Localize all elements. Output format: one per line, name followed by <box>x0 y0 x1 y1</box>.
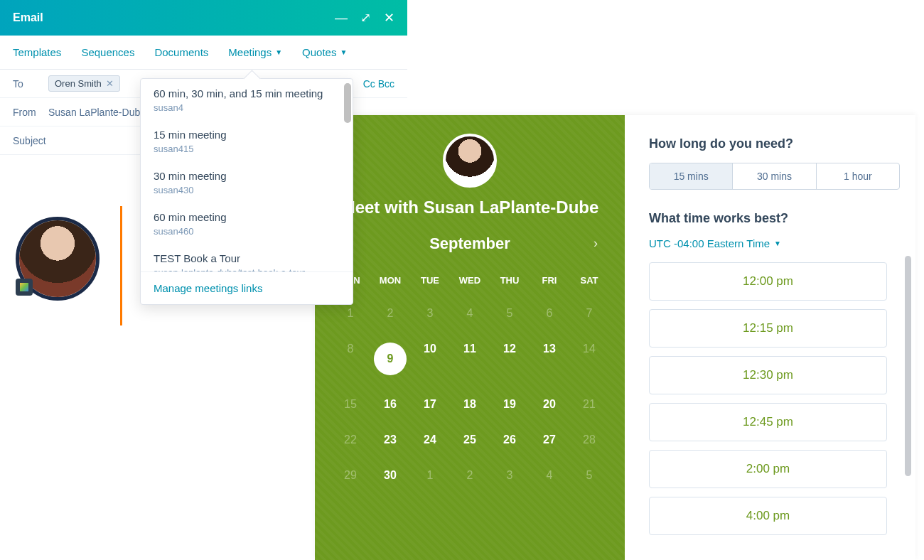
calendar: Meet with Susan LaPlante-Dube ‹ Septembe… <box>315 115 625 560</box>
calendar-day: 8 <box>331 331 370 387</box>
time-heading: What time works best? <box>649 211 900 226</box>
time-slot[interactable]: 12:30 pm <box>649 356 887 394</box>
day-of-week-label: MON <box>370 269 410 296</box>
calendar-day: 2 <box>450 458 490 493</box>
calendar-day: 14 <box>569 331 609 387</box>
host-avatar <box>443 134 497 188</box>
selection-accent <box>120 206 122 325</box>
calendar-day: 4 <box>450 296 490 331</box>
duration-option[interactable]: 15 mins <box>650 163 732 189</box>
chevron-down-icon: ▼ <box>774 239 781 247</box>
calendar-day: 5 <box>490 296 530 331</box>
day-of-week-label: FRI <box>530 269 569 296</box>
month-nav: ‹ September › <box>331 233 609 254</box>
recipient-name: Oren Smith <box>55 78 102 89</box>
calendar-day: 22 <box>331 422 370 458</box>
integration-badge-icon[interactable] <box>16 279 33 296</box>
close-icon[interactable]: ✕ <box>384 10 394 26</box>
tab-sequences[interactable]: Sequences <box>81 46 134 58</box>
calendar-day[interactable]: 10 <box>410 331 450 387</box>
calendar-day[interactable]: 30 <box>370 458 410 493</box>
meeting-title: Meet with Susan LaPlante-Dube <box>331 198 609 217</box>
meeting-link-option[interactable]: 15 min meeting susan415 <box>141 120 353 161</box>
calendar-day: 3 <box>490 458 530 493</box>
duration-option[interactable]: 1 hour <box>816 163 899 189</box>
meeting-link-option[interactable]: TEST Book a Tour susan-laplante-dube/tes… <box>141 244 353 271</box>
expand-icon[interactable]: ⤢ <box>360 10 371 26</box>
cc-bcc-link[interactable]: Cc Bcc <box>363 78 394 90</box>
calendar-day: 15 <box>331 387 370 422</box>
calendar-day[interactable]: 11 <box>450 331 490 387</box>
duration-selector: 15 mins30 mins1 hour <box>649 163 900 190</box>
tab-quotes[interactable]: Quotes▼ <box>302 46 347 58</box>
chevron-down-icon: ▼ <box>275 48 282 56</box>
tab-templates[interactable]: Templates <box>13 46 61 58</box>
time-slot[interactable]: 2:00 pm <box>649 450 887 488</box>
day-of-week-label: SAT <box>569 269 609 296</box>
meeting-link-option[interactable]: 30 min meeting susan430 <box>141 161 353 203</box>
time-slot[interactable]: 12:45 pm <box>649 403 887 441</box>
calendar-day[interactable]: 23 <box>370 422 410 458</box>
calendar-day[interactable]: 24 <box>410 422 450 458</box>
from-label: From <box>13 107 48 118</box>
chevron-down-icon: ▼ <box>340 48 347 56</box>
day-of-week-label: TUE <box>410 269 450 296</box>
time-slot[interactable]: 12:15 pm <box>649 309 887 348</box>
calendar-day[interactable]: 9 <box>370 331 410 387</box>
day-of-week-label: THU <box>490 269 530 296</box>
calendar-day: 5 <box>569 458 609 493</box>
window-title: Email <box>13 11 43 24</box>
calendar-day: 29 <box>331 458 370 493</box>
calendar-day[interactable]: 20 <box>530 387 569 422</box>
calendar-day: 2 <box>370 296 410 331</box>
month-label: September <box>429 235 510 253</box>
tab-documents[interactable]: Documents <box>154 46 208 58</box>
next-month-icon[interactable]: › <box>588 233 603 254</box>
manage-meetings-link[interactable]: Manage meetings links <box>141 271 353 304</box>
dropdown-scrollbar[interactable] <box>344 83 351 123</box>
recipient-chip[interactable]: Oren Smith ✕ <box>48 75 120 92</box>
slots-scrollbar[interactable] <box>905 256 911 476</box>
email-header: Email — ⤢ ✕ <box>0 0 407 36</box>
day-of-week-label: WED <box>450 269 490 296</box>
window-controls: — ⤢ ✕ <box>335 10 394 26</box>
calendar-day[interactable]: 18 <box>450 387 490 422</box>
calendar-day[interactable]: 13 <box>530 331 569 387</box>
subject-label: Subject <box>13 135 55 146</box>
tab-meetings[interactable]: Meetings▼ <box>228 46 282 58</box>
calendar-day[interactable]: 26 <box>490 422 530 458</box>
meetings-dropdown: 60 min, 30 min, and 15 min meeting susan… <box>140 78 353 305</box>
from-value: Susan LaPlante-Dub <box>48 107 140 118</box>
meeting-panel: Meet with Susan LaPlante-Dube ‹ Septembe… <box>315 115 915 560</box>
to-label: To <box>13 78 48 90</box>
duration-heading: How long do you need? <box>649 136 900 151</box>
calendar-day: 6 <box>530 296 569 331</box>
calendar-day[interactable]: 12 <box>490 331 530 387</box>
meeting-link-option[interactable]: 60 min, 30 min, and 15 min meeting susan… <box>141 79 353 120</box>
remove-recipient-icon[interactable]: ✕ <box>106 78 114 89</box>
timezone-selector[interactable]: UTC -04:00 Eastern Time ▼ <box>649 237 781 249</box>
time-slot[interactable]: 12:00 pm <box>649 262 887 301</box>
time-slots-pane: How long do you need? 15 mins30 mins1 ho… <box>625 115 915 560</box>
calendar-day: 3 <box>410 296 450 331</box>
calendar-day: 1 <box>410 458 450 493</box>
minimize-icon[interactable]: — <box>335 11 348 26</box>
time-slot[interactable]: 4:00 pm <box>649 497 887 535</box>
calendar-day: 28 <box>569 422 609 458</box>
calendar-day: 21 <box>569 387 609 422</box>
calendar-day: 7 <box>569 296 609 331</box>
duration-option[interactable]: 30 mins <box>732 163 815 189</box>
calendar-day[interactable]: 27 <box>530 422 569 458</box>
calendar-day: 4 <box>530 458 569 493</box>
calendar-day[interactable]: 19 <box>490 387 530 422</box>
compose-toolbar: Templates Sequences Documents Meetings▼ … <box>0 36 407 70</box>
calendar-day[interactable]: 17 <box>410 387 450 422</box>
calendar-day[interactable]: 25 <box>450 422 490 458</box>
meeting-link-option[interactable]: 60 min meeting susan460 <box>141 203 353 244</box>
calendar-day[interactable]: 16 <box>370 387 410 422</box>
